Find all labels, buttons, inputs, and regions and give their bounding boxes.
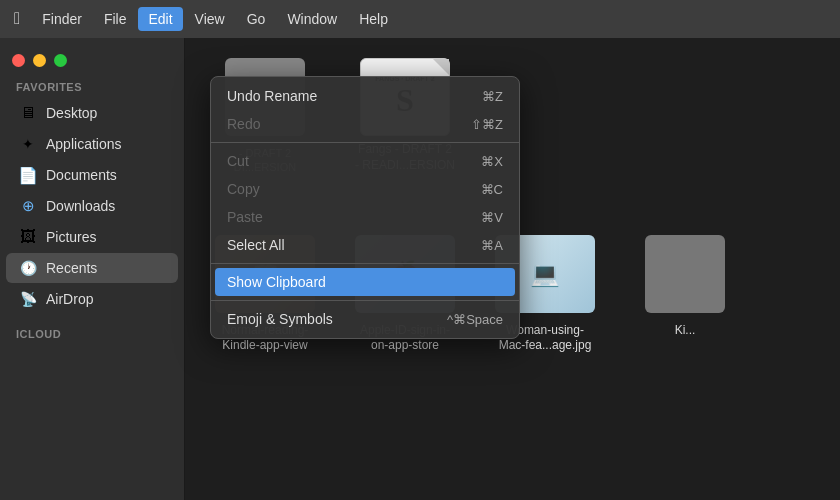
applications-icon: ✦ xyxy=(18,134,38,154)
edit-dropdown-menu: Undo Rename ⌘Z Redo ⇧⌘Z Cut ⌘X Copy ⌘C P… xyxy=(210,76,520,339)
recents-icon: 🕐 xyxy=(18,258,38,278)
favorites-label: Favorites xyxy=(0,75,184,97)
sidebar-label-downloads: Downloads xyxy=(46,198,115,214)
paste-shortcut: ⌘V xyxy=(481,210,503,225)
menu-paste: Paste ⌘V xyxy=(211,203,519,231)
sidebar: Favorites 🖥 Desktop ✦ Applications 📄 Doc… xyxy=(0,38,185,500)
separator-2 xyxy=(211,263,519,264)
menu-redo: Redo ⇧⌘Z xyxy=(211,110,519,138)
menu-file[interactable]: File xyxy=(94,7,137,31)
sidebar-label-desktop: Desktop xyxy=(46,105,97,121)
menu-help[interactable]: Help xyxy=(349,7,398,31)
menubar:  Finder File Edit View Go Window Help xyxy=(0,0,840,38)
downloads-icon: ⊕ xyxy=(18,196,38,216)
copy-shortcut: ⌘C xyxy=(481,182,503,197)
ki-label: Ki... xyxy=(675,323,696,339)
menu-view[interactable]: View xyxy=(185,7,235,31)
main-layout: Favorites 🖥 Desktop ✦ Applications 📄 Doc… xyxy=(0,38,840,500)
sidebar-label-airdrop: AirDrop xyxy=(46,291,93,307)
sidebar-item-applications[interactable]: ✦ Applications xyxy=(6,129,178,159)
menu-select-all[interactable]: Select All ⌘A xyxy=(211,231,519,259)
undo-rename-shortcut: ⌘Z xyxy=(482,89,503,104)
maximize-button[interactable] xyxy=(54,54,67,67)
sidebar-label-pictures: Pictures xyxy=(46,229,97,245)
sidebar-label-recents: Recents xyxy=(46,260,97,276)
ki-thumbnail xyxy=(645,235,725,313)
menu-go[interactable]: Go xyxy=(237,7,276,31)
menu-undo-rename[interactable]: Undo Rename ⌘Z xyxy=(211,82,519,110)
apple-menu[interactable]:  xyxy=(4,9,30,29)
cut-shortcut: ⌘X xyxy=(481,154,503,169)
desktop-icon: 🖥 xyxy=(18,103,38,123)
airdrop-icon: 📡 xyxy=(18,289,38,309)
sidebar-item-recents[interactable]: 🕐 Recents xyxy=(6,253,178,283)
menu-window[interactable]: Window xyxy=(277,7,347,31)
sidebar-item-airdrop[interactable]: 📡 AirDrop xyxy=(6,284,178,314)
minimize-button[interactable] xyxy=(33,54,46,67)
sidebar-label-applications: Applications xyxy=(46,136,122,152)
sidebar-item-documents[interactable]: 📄 Documents xyxy=(6,160,178,190)
redo-shortcut: ⇧⌘Z xyxy=(471,117,503,132)
separator-1 xyxy=(211,142,519,143)
sidebar-label-documents: Documents xyxy=(46,167,117,183)
emoji-shortcut: ^⌘Space xyxy=(447,312,503,327)
sidebar-item-pictures[interactable]: 🖼 Pictures xyxy=(6,222,178,252)
sidebar-item-desktop[interactable]: 🖥 Desktop xyxy=(6,98,178,128)
sidebar-item-downloads[interactable]: ⊕ Downloads xyxy=(6,191,178,221)
close-button[interactable] xyxy=(12,54,25,67)
menu-edit[interactable]: Edit xyxy=(138,7,182,31)
separator-3 xyxy=(211,300,519,301)
icloud-label: iCloud xyxy=(0,322,184,344)
documents-icon: 📄 xyxy=(18,165,38,185)
menu-emoji-symbols[interactable]: Emoji & Symbols ^⌘Space xyxy=(211,305,519,333)
pictures-icon: 🖼 xyxy=(18,227,38,247)
file-item-ki[interactable]: Ki... xyxy=(625,235,745,354)
menu-show-clipboard[interactable]: Show Clipboard xyxy=(215,268,515,296)
menu-copy: Copy ⌘C xyxy=(211,175,519,203)
menu-finder[interactable]: Finder xyxy=(32,7,92,31)
select-all-shortcut: ⌘A xyxy=(481,238,503,253)
menu-cut: Cut ⌘X xyxy=(211,147,519,175)
